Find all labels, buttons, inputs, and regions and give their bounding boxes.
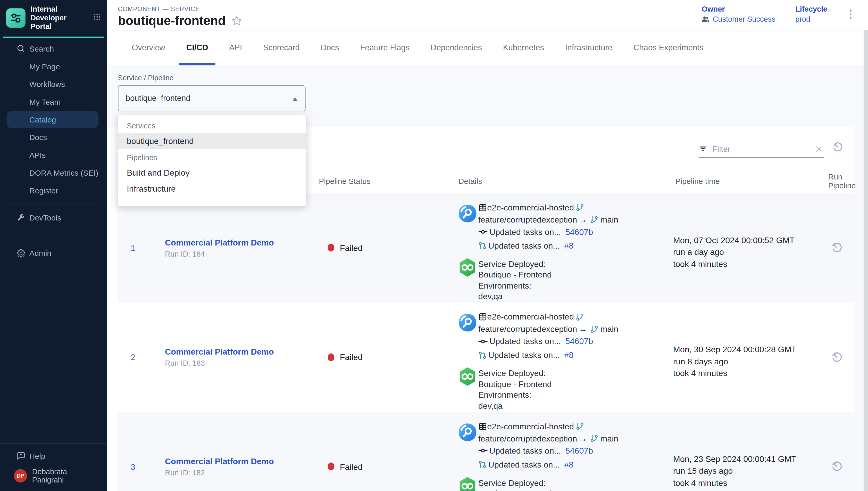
repo-name[interactable]: e2e-commercial-hosted: [487, 311, 574, 322]
git-pull-request-icon: [478, 242, 487, 250]
user-menu[interactable]: DP Debabrata Panigrahi: [7, 465, 99, 485]
commit-link[interactable]: 54607b: [565, 226, 593, 237]
dropdown-option-build-and-deploy[interactable]: Build and Deploy: [118, 164, 306, 180]
run-ago: run 8 days ago: [673, 355, 820, 367]
deploy-service: Boutique - Frontend: [478, 269, 618, 280]
commit-link[interactable]: 54607b: [565, 336, 593, 347]
git-branch-icon: [576, 203, 584, 211]
sidebar-item-workflows[interactable]: Workflows: [7, 75, 99, 93]
sidebar-item-admin[interactable]: Admin: [7, 244, 99, 262]
caret-up-icon: [292, 97, 298, 101]
tab-dependencies[interactable]: Dependencies: [420, 30, 493, 65]
table-row: 1 Commercial Platform Demo Run ID: 184 F…: [117, 193, 854, 302]
sidebar-item-help[interactable]: ? Help: [7, 446, 99, 464]
pr-link[interactable]: #8: [564, 459, 574, 470]
cd-module-icon: [458, 257, 476, 280]
pipeline-link[interactable]: Commercial Platform Demo: [165, 456, 317, 466]
sidebar-item-search[interactable]: Search: [7, 40, 99, 58]
sidebar-app-title: Internal Developer Portal: [30, 5, 85, 31]
more-options-kebab-icon[interactable]: [847, 6, 854, 22]
refresh-icon[interactable]: [832, 141, 843, 155]
commit-message: Updated tasks on...: [489, 445, 561, 456]
sidebar-nav: Search My Page Workflows My Team Catalog…: [0, 38, 107, 262]
pr-message: Updated tasks on...: [488, 459, 560, 470]
sidebar-item-label: Admin: [29, 249, 51, 257]
branch-to: main: [600, 323, 618, 335]
lifecycle-label: Lifecycle: [795, 5, 827, 13]
run-date: Mon, 07 Oct 2024 00:00:52 GMT: [673, 234, 820, 246]
scrollbar[interactable]: [864, 30, 868, 491]
filter-input[interactable]: [711, 144, 815, 154]
sidebar-divider: [8, 204, 99, 204]
sidebar-item-label: My Page: [29, 62, 60, 71]
status-label: Failed: [340, 352, 363, 362]
sidebar-item-my-team[interactable]: My Team: [7, 93, 99, 111]
pipeline-link[interactable]: Commercial Platform Demo: [165, 237, 317, 247]
sidebar-item-label: Register: [29, 186, 58, 195]
sidebar-item-my-page[interactable]: My Page: [7, 58, 99, 75]
table-row: 2 Commercial Platform Demo Run ID: 183 F…: [117, 302, 854, 412]
repo-name[interactable]: e2e-commercial-hosted: [487, 202, 574, 213]
git-branch-icon: [576, 313, 584, 321]
favorite-star-icon[interactable]: [231, 16, 242, 26]
sidebar-item-apis[interactable]: APIs: [7, 146, 99, 164]
tab-chaos-experiments[interactable]: Chaos Experiments: [623, 30, 714, 65]
git-branch-icon: [590, 215, 599, 224]
tab-overview[interactable]: Overview: [121, 30, 176, 65]
branch-from: feature/corruptedexception: [478, 323, 577, 335]
sidebar-item-docs[interactable]: Docs: [7, 128, 99, 146]
pr-link[interactable]: #8: [564, 240, 574, 251]
rerun-pipeline-icon[interactable]: [831, 461, 843, 473]
service-pipeline-select[interactable]: boutique_frontend: [118, 85, 306, 111]
commit-link[interactable]: 54607b: [565, 445, 593, 456]
run-id: Run ID: 182: [165, 468, 317, 477]
clear-filter-icon[interactable]: [815, 145, 823, 153]
ci-module-icon: [458, 204, 476, 225]
tab-cicd[interactable]: CI/CD: [176, 30, 219, 65]
deploy-title: Service Deployed:: [478, 258, 618, 269]
dropdown-option-boutique-frontend[interactable]: boutique_frontend: [118, 133, 306, 148]
apps-grid-icon[interactable]: [93, 12, 101, 23]
arrow-right-icon: →: [579, 323, 587, 335]
sidebar-item-label: DevTools: [29, 213, 61, 222]
tab-api[interactable]: API: [219, 30, 253, 65]
run-duration: took 4 minutes: [673, 476, 820, 488]
deploy-title: Service Deployed:: [478, 368, 618, 379]
row-number: 1: [117, 193, 153, 302]
repo-name[interactable]: e2e-commercial-hosted: [487, 421, 574, 432]
git-branch-icon: [576, 422, 584, 430]
sidebar-item-register[interactable]: Register: [7, 181, 99, 199]
pipeline-link[interactable]: Commercial Platform Demo: [165, 347, 317, 356]
cd-module-icon: [458, 367, 476, 389]
run-ago: run 15 days ago: [673, 465, 820, 476]
git-commit-icon: [478, 446, 488, 455]
sidebar-item-label: Docs: [29, 133, 47, 142]
tab-infrastructure[interactable]: Infrastructure: [555, 30, 623, 65]
rerun-pipeline-icon[interactable]: [831, 351, 843, 363]
cicd-content: Service / Pipeline boutique_frontend Ser…: [107, 65, 868, 491]
tab-kubernetes[interactable]: Kubernetes: [493, 30, 555, 65]
cd-module-icon: [458, 476, 476, 491]
sidebar-item-catalog[interactable]: Catalog: [7, 111, 99, 128]
owner-block: Owner Customer Success: [702, 5, 775, 23]
sidebar-item-devtools[interactable]: DevTools: [7, 209, 99, 227]
filter-field: [699, 141, 824, 158]
rerun-pipeline-icon[interactable]: [831, 242, 843, 254]
dropdown-option-infrastructure[interactable]: Infrastructure: [118, 180, 306, 196]
lifecycle-value: prod: [795, 15, 810, 23]
env-value: dev,qa: [478, 400, 618, 411]
owner-link[interactable]: Customer Success: [713, 15, 775, 23]
deploy-title: Service Deployed:: [478, 477, 618, 488]
ci-module-icon: [458, 314, 476, 334]
filter-icon: [699, 145, 707, 153]
sidebar-item-dora-metrics[interactable]: DORA Metrics (SEI): [7, 164, 99, 182]
tab-feature-flags[interactable]: Feature Flags: [349, 30, 420, 65]
deploy-service: Boutique - Frontend: [478, 488, 618, 491]
pr-link[interactable]: #8: [564, 349, 574, 360]
git-commit-icon: [478, 337, 488, 346]
executions-table: Pipeline Status Details Pipeline time Ru…: [117, 169, 854, 491]
tab-scorecard[interactable]: Scorecard: [253, 30, 310, 65]
tab-docs[interactable]: Docs: [310, 30, 350, 65]
idp-logo[interactable]: [6, 8, 26, 28]
run-duration: took 4 minutes: [673, 367, 820, 379]
